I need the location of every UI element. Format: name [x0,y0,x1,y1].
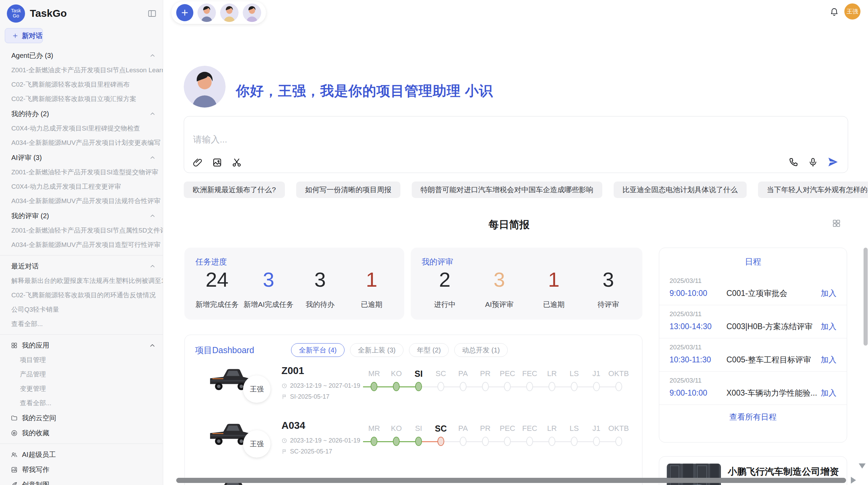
collapse-sidebar-icon[interactable] [147,9,157,18]
greeting-text: 你好，王强，我是你的项目管理助理 小识 [236,82,493,100]
sidebar-section-header-2[interactable]: AI评审 (3) [0,150,163,165]
stat-value: 3 [306,270,335,290]
new-session-button[interactable] [176,4,193,21]
stat-value: 3 [243,270,293,290]
stat-label: 已逾期 [543,300,565,309]
event-time: 9:00-10:00 [670,388,721,398]
project-row: 王强A0342023-12-19 ~ 2026-01-19SC-2025-05-… [185,415,642,470]
image-upload-icon[interactable] [212,157,222,168]
daily-brief-title: 每日简报 [184,218,834,232]
sidebar-tool-write[interactable]: 帮我写作 [0,462,163,477]
sidebar-tool-quill[interactable]: 创意制图 [0,477,163,485]
suggestion-chip-0[interactable]: 欧洲新规最近颁布了什么? [184,182,285,198]
milestone-label: SI [414,368,423,380]
milestone-dot [615,437,622,446]
phone-call-icon[interactable] [788,157,799,167]
milestone-dot [437,382,444,391]
sidebar-item-star[interactable]: 我的收藏 [0,425,163,440]
session-avatar-3[interactable] [243,3,261,22]
user-avatar[interactable]: 王强 [844,3,860,20]
milestone-label: FEC [522,368,537,380]
suggestion-chip-4[interactable]: 当下年轻人对汽车外观有怎样的喜好趋势 [758,182,868,198]
view-all-schedule-link[interactable]: 查看所有日程 [659,405,847,422]
sidebar-recent-item[interactable]: 查看全部... [0,317,163,331]
sidebar-section-header-0[interactable]: Agent已办 (3) [0,48,163,63]
dashboard-tab-2[interactable]: 年型 (2) [409,343,449,357]
brief-layout-grid-icon[interactable] [832,219,841,228]
divider [0,444,163,444]
sidebar-app-item[interactable]: 变更管理 [0,382,163,396]
send-icon[interactable] [827,156,839,168]
session-avatar-2[interactable] [220,3,239,22]
milestone-label: OKTB [608,368,629,380]
dashboard-tab-1[interactable]: 全新上装 (3) [350,343,403,357]
join-event-link[interactable]: 加入 [821,355,836,365]
section-title: Agent已办 (3) [11,51,149,60]
sidebar-recent-item[interactable]: 解释最新出台的欧盟报废车法规再生塑料比例被调至15%... [0,274,163,288]
milestone-fec: FEC [519,423,541,450]
milestone-mr: MR [363,423,385,450]
assistant-avatar [184,66,226,108]
scroll-down-arrow[interactable] [859,463,866,469]
screenshot-scissors-icon[interactable] [231,157,242,168]
milestone-ls: LS [563,423,585,450]
event-row: 13:00-14:30C003|H0B-方案冻结评审加入 [670,321,836,332]
sidebar-section-header-1[interactable]: 我的待办 (2) [0,106,163,121]
sidebar-task-item[interactable]: C0X4-动力总成开发项目SI里程碑提交物检查 [0,121,163,136]
task-progress-stats: 24新增完成任务3新增AI完成任务3我的待办1已逾期 [184,270,404,309]
sidebar-task-item[interactable]: Z001-全新燃油轻卡产品开发项目SI节点属性5D文件评审 [0,223,163,238]
suggestion-chip-3[interactable]: 比亚迪全固态电池计划具体说了什么 [614,182,747,198]
sidebar-task-item[interactable]: Z001-全新燃油皮卡产品开发项目SI节点Lesson Learn报告 [0,63,163,77]
vertical-scrollbar[interactable] [864,248,868,346]
session-avatar-1[interactable] [197,3,216,22]
suggestion-chip-1[interactable]: 如何写一份清晰的项目周报 [296,182,400,198]
chat-input[interactable] [192,133,708,153]
join-event-link[interactable]: 加入 [821,321,836,332]
event-name: C003|H0B-方案冻结评审 [721,321,821,332]
sidebar-task-item[interactable]: C02-飞腾新能源轻客改款项目里程碑画布 [0,77,163,92]
app-title: TaskGo [30,8,147,19]
scroll-right-arrow[interactable] [851,477,856,484]
milestone-dot [504,382,511,391]
horizontal-scrollbar[interactable] [176,478,846,483]
sidebar-app-item[interactable]: 项目管理 [0,353,163,367]
sidebar-task-item[interactable]: C0X4-动力总成开发项目工程变更评审 [0,179,163,194]
stat-label: 新增完成任务 [195,300,239,309]
sidebar-task-item[interactable]: A034-全新新能源MUV产品开发项目法规符合性评审 [0,194,163,208]
sidebar-tool-people[interactable]: AI超级员工 [0,447,163,462]
milestone-dot [548,437,555,446]
sidebar-recent-item[interactable]: C02-飞腾新能源轻客改款项目的闭环通告反馈情况 [0,288,163,302]
sidebar-app-item[interactable]: 产品管理 [0,367,163,382]
sidebar-section-header-recent[interactable]: 最近对话 [0,259,163,274]
dashboard-tab-0[interactable]: 全新平台 (4) [291,343,345,357]
milestone-dot [415,437,422,446]
new-chat-button[interactable]: 新对话 [5,28,43,43]
sidebar-task-item[interactable]: C02-飞腾新能源轻客改款项目立项汇报方案 [0,92,163,106]
microphone-icon[interactable] [808,157,818,167]
sidebar-item-folder[interactable]: 我的云空间 [0,410,163,425]
sidebar-header: Task Go TaskGo [0,0,163,26]
stat-value: 24 [195,270,239,290]
notification-bell-icon[interactable] [830,7,839,16]
milestone-dot [615,382,622,391]
dashboard-tab-3[interactable]: 动总开发 (1) [454,343,508,357]
sidebar-task-item[interactable]: A034-全新新能源MUV产品开发项目计划变更表编写 [0,136,163,150]
milestone-label: PR [480,368,491,380]
attachment-icon[interactable] [192,157,203,168]
project-name[interactable]: Z001 [281,365,304,376]
suggestion-chip-2[interactable]: 特朗普可能对进口汽车增税会对中国车企造成哪些影响 [412,182,602,198]
sidebar-item-my-apps[interactable]: 我的应用 [0,338,163,353]
sidebar-task-item[interactable]: A034-全新新能源MUV产品开发项目造型可行性评审 [0,238,163,252]
sidebar-recent-item[interactable]: 公司Q3轻卡销量 [0,302,163,317]
sidebar-app-item[interactable]: 查看全部... [0,396,163,410]
write-icon [11,466,18,473]
project-name[interactable]: A034 [281,420,305,431]
chevron-up-icon [149,263,156,270]
sidebar-section-header-3[interactable]: 我的评审 (2) [0,208,163,223]
milestone-ls: LS [563,368,585,395]
join-event-link[interactable]: 加入 [821,388,836,398]
milestone-dot [593,382,600,391]
sidebar-task-item[interactable]: Z001-全新燃油轻卡产品开发项目SI造型提交物评审 [0,165,163,179]
event-name: X003-车辆动力学性能验... [721,388,821,398]
join-event-link[interactable]: 加入 [821,288,836,299]
